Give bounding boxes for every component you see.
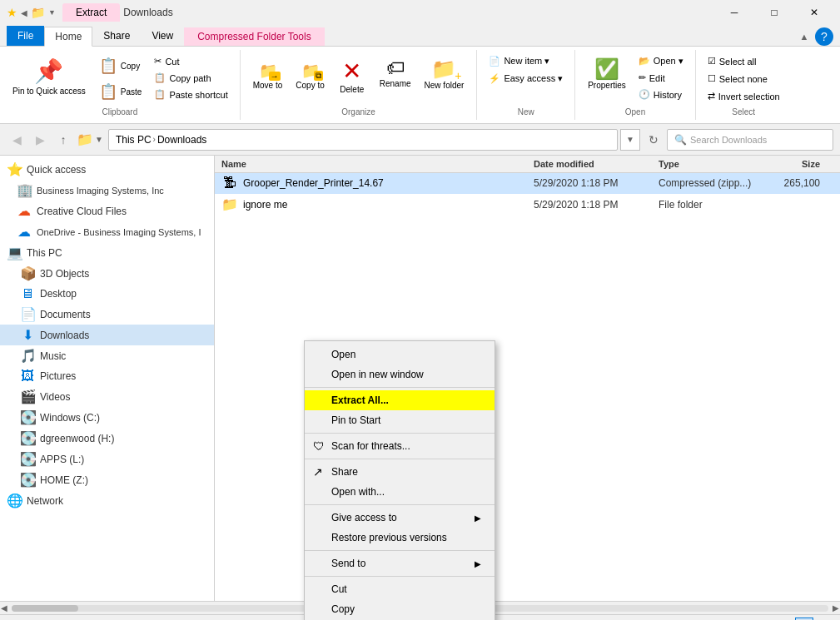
- sidebar-label-creative: Creative Cloud Files: [37, 206, 127, 217]
- sidebar-item-windows-c[interactable]: 💽 Windows (C:): [0, 407, 214, 428]
- paste-shortcut-button[interactable]: 📋 Paste shortcut: [149, 87, 232, 102]
- sidebar-item-apps[interactable]: 💽 APPS (L:): [0, 449, 214, 469]
- sidebar-item-dgreenwood[interactable]: 💽 dgreenwood (H:): [0, 428, 214, 449]
- refresh-button[interactable]: ↻: [644, 130, 664, 150]
- minimize-button[interactable]: ─: [715, 0, 753, 25]
- sidebar-label-onedrive: OneDrive - Business Imaging Systems, I: [37, 227, 201, 237]
- select-none-button[interactable]: ☐ Select none: [703, 71, 773, 87]
- ctx-copy[interactable]: Copy: [305, 599, 495, 619]
- history-label: History: [654, 90, 682, 100]
- path-dropdown[interactable]: 📁 ▼: [77, 131, 103, 147]
- tab-compressed[interactable]: Compressed Folder Tools: [184, 27, 325, 46]
- open-edit-col: 📂 Open ▾ ✏ Edit 🕐 History: [634, 53, 688, 102]
- ctx-open-new-window[interactable]: Open in new window: [305, 365, 495, 384]
- ctx-send-to[interactable]: Send to ▶: [305, 553, 495, 573]
- ribbon-collapse-btn[interactable]: ▲: [795, 27, 813, 46]
- delete-label: Delete: [340, 85, 364, 94]
- ctx-cut[interactable]: Cut: [305, 579, 495, 599]
- sidebar-item-music[interactable]: 🎵 Music: [0, 345, 214, 366]
- sidebar-item-creative[interactable]: ☁ Creative Cloud Files: [0, 201, 214, 221]
- copy-path-button[interactable]: 📋 Copy path: [149, 70, 232, 86]
- ctx-open[interactable]: Open: [305, 345, 495, 365]
- forward-button[interactable]: ▶: [30, 130, 50, 150]
- ctx-restore-versions[interactable]: Restore previous versions: [305, 528, 495, 548]
- scrollbar-thumb[interactable]: [12, 605, 78, 612]
- select-all-button[interactable]: ☑ Select all: [703, 53, 762, 69]
- move-to-button[interactable]: 📁→ Move to: [247, 53, 289, 94]
- tab-view[interactable]: View: [141, 26, 184, 46]
- tab-file[interactable]: File: [7, 26, 44, 46]
- delete-button[interactable]: ✕ Delete: [332, 53, 372, 98]
- rename-label: Rename: [380, 79, 411, 88]
- copy-label: Copy: [121, 62, 140, 71]
- ctx-arrow2: ▶: [475, 559, 481, 568]
- ctx-scan[interactable]: 🛡 Scan for threats...: [305, 436, 495, 456]
- search-box[interactable]: 🔍 Search Downloads: [667, 129, 833, 151]
- ctx-open-new-label: Open in new window: [331, 369, 424, 380]
- invert-selection-button[interactable]: ⇄ Invert selection: [703, 88, 785, 104]
- open-button[interactable]: 📂 Open ▾: [634, 53, 688, 69]
- ctx-pin-start[interactable]: Pin to Start: [305, 410, 495, 430]
- sidebar-item-pictures[interactable]: 🖼 Pictures: [0, 366, 214, 386]
- cut-button[interactable]: ✂ Cut: [149, 53, 232, 69]
- help-button[interactable]: ?: [815, 27, 833, 46]
- select-none-label: Select none: [719, 74, 768, 84]
- properties-button[interactable]: ✅ Properties: [582, 53, 632, 94]
- sidebar-label-desktop: Desktop: [40, 288, 77, 300]
- scroll-left-btn[interactable]: ◀: [0, 602, 8, 615]
- sidebar-item-quick-access[interactable]: ⭐ Quick access: [0, 159, 214, 180]
- sidebar-label-videos: Videos: [40, 391, 70, 403]
- sidebar-item-onedrive[interactable]: ☁ OneDrive - Business Imaging Systems, I: [0, 221, 214, 242]
- copy-to-button[interactable]: 📁⧉ Copy to: [290, 53, 330, 94]
- sidebar-item-home[interactable]: 💽 HOME (Z:): [0, 469, 214, 490]
- large-icons-view-button[interactable]: [815, 618, 833, 621]
- up-button[interactable]: ↑: [53, 130, 73, 150]
- ctx-extract-all[interactable]: Extract All...: [305, 390, 495, 410]
- new-item-label: New item ▾: [504, 56, 549, 67]
- sidebar-item-desktop[interactable]: 🖥 Desktop: [0, 284, 214, 304]
- details-view-button[interactable]: [795, 618, 813, 621]
- ctx-open-with[interactable]: Open with...: [305, 482, 495, 502]
- easy-access-button[interactable]: ⚡ Easy access ▾: [484, 71, 568, 87]
- sidebar-item-network[interactable]: 🌐 Network: [0, 490, 214, 511]
- folder-icon: 📁: [31, 6, 45, 19]
- file-item-1[interactable]: 📁 ignore me 5/29/2020 1:18 PM File folde…: [215, 194, 840, 216]
- maximize-button[interactable]: □: [755, 0, 793, 25]
- file-item-0[interactable]: 🗜 Grooper_Render_Printer_14.67 5/29/2020…: [215, 173, 840, 194]
- new-folder-button[interactable]: 📁+ New folder: [419, 53, 470, 94]
- close-button[interactable]: ✕: [795, 0, 833, 25]
- sidebar-item-videos[interactable]: 🎬 Videos: [0, 386, 214, 407]
- sidebar-item-downloads[interactable]: ⬇ Downloads: [0, 325, 214, 345]
- tab-share[interactable]: Share: [92, 26, 141, 46]
- address-path[interactable]: This PC › Downloads: [108, 129, 618, 151]
- history-button[interactable]: 🕐 History: [634, 87, 688, 102]
- file-date-0: 5/29/2020 1:18 PM: [534, 177, 659, 189]
- sidebar-item-business[interactable]: 🏢 Business Imaging Systems, Inc: [0, 180, 214, 201]
- desktop-icon: 🖥: [20, 286, 35, 301]
- rename-button[interactable]: 🏷 Rename: [374, 53, 417, 92]
- address-dropdown-btn[interactable]: ▼: [620, 129, 640, 151]
- sidebar-label-apps: APPS (L:): [40, 454, 84, 465]
- paste-shortcut-icon: 📋: [154, 89, 166, 100]
- zip-file-icon: 🗜: [221, 176, 238, 191]
- sidebar-label-3d-objects: 3D Objects: [40, 268, 89, 280]
- tab-home[interactable]: Home: [44, 27, 92, 47]
- sidebar-item-documents[interactable]: 📄 Documents: [0, 304, 214, 325]
- new-item-button[interactable]: 📄 New item ▾: [484, 53, 554, 69]
- sidebar-item-3d-objects[interactable]: 📦 3D Objects: [0, 263, 214, 284]
- back-button[interactable]: ◀: [7, 130, 27, 150]
- sidebar-label-home: HOME (Z:): [40, 474, 88, 486]
- copy-button[interactable]: 📋 Copy: [93, 53, 148, 78]
- scroll-right-btn[interactable]: ▶: [832, 602, 840, 615]
- ctx-give-access[interactable]: Give access to ▶: [305, 508, 495, 528]
- sidebar-item-this-pc[interactable]: 💻 This PC: [0, 242, 214, 263]
- cut-label: Cut: [165, 57, 179, 67]
- pin-to-quick-access-button[interactable]: 📌 Pin to Quick access: [7, 53, 92, 101]
- ctx-give-access-label: Give access to: [331, 512, 397, 523]
- view-toggle-buttons: [795, 618, 833, 621]
- paste-button[interactable]: 📋 Paste: [93, 79, 148, 104]
- easy-access-icon: ⚡: [489, 73, 500, 84]
- edit-button[interactable]: ✏ Edit: [634, 70, 688, 86]
- ctx-share[interactable]: ↗ Share: [305, 462, 495, 482]
- header-size: Size: [767, 159, 833, 169]
